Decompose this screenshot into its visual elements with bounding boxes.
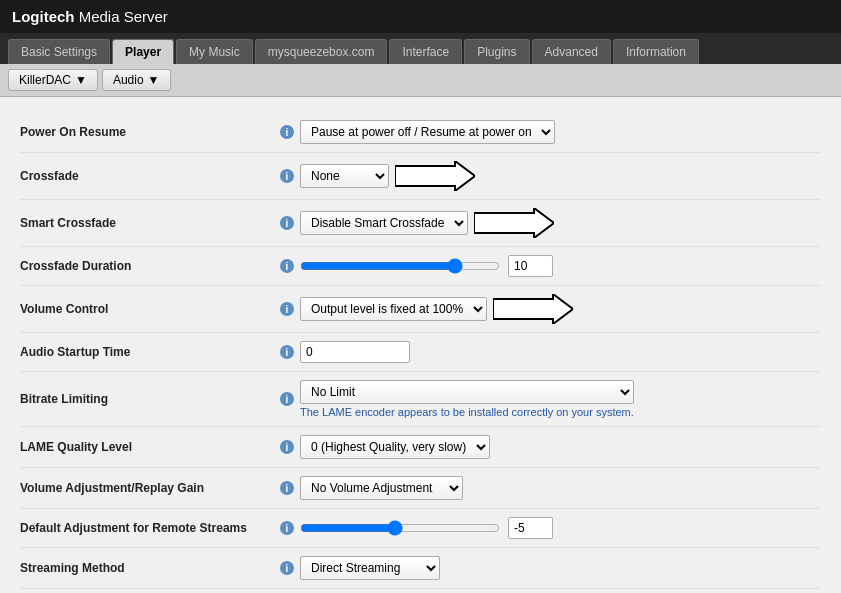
label-crossfade-duration: Crossfade Duration — [20, 259, 280, 273]
arrow-annotation-crossfade — [395, 161, 475, 191]
control-crossfade-duration: i — [280, 255, 821, 277]
bitrate-group: No Limit 32k 64k 128k 256k 320k The LAME… — [300, 380, 634, 418]
tab-my-music[interactable]: My Music — [176, 39, 253, 64]
slider-container-default-adjustment — [300, 517, 553, 539]
bitrate-note: The LAME encoder appears to be installed… — [300, 406, 634, 418]
title-bar: Logitech Media Server — [0, 0, 841, 33]
device-name: KillerDAC — [19, 73, 71, 87]
input-default-adjustment[interactable] — [508, 517, 553, 539]
control-bitrate-limiting: i No Limit 32k 64k 128k 256k 320k The LA… — [280, 380, 821, 418]
select-crossfade[interactable]: None Fade In Fade Out Crossfade — [300, 164, 389, 188]
label-crossfade: Crossfade — [20, 169, 280, 183]
control-default-adjustment: i — [280, 517, 821, 539]
info-icon-volume-control[interactable]: i — [280, 302, 294, 316]
label-smart-crossfade: Smart Crossfade — [20, 216, 280, 230]
setting-row-volume-adjustment: Volume Adjustment/Replay Gain i No Volum… — [20, 467, 821, 508]
slider-container-crossfade-duration — [300, 255, 553, 277]
setting-row-default-adjustment: Default Adjustment for Remote Streams i — [20, 508, 821, 547]
info-icon-lame-quality[interactable]: i — [280, 440, 294, 454]
info-icon-volume-adjustment[interactable]: i — [280, 481, 294, 495]
tab-mysqueezebox[interactable]: mysqueezebox.com — [255, 39, 388, 64]
label-lame-quality: LAME Quality Level — [20, 440, 280, 454]
control-volume-control: i Output level is fixed at 100% Use vari… — [280, 294, 821, 324]
label-bitrate-limiting: Bitrate Limiting — [20, 392, 280, 406]
slider-crossfade-duration[interactable] — [300, 258, 500, 274]
label-power-on-resume: Power On Resume — [20, 125, 280, 139]
nav-tabs: Basic Settings Player My Music mysqueeze… — [0, 33, 841, 64]
svg-marker-0 — [395, 161, 475, 191]
svg-marker-2 — [493, 294, 573, 324]
input-audio-startup-time[interactable] — [300, 341, 410, 363]
label-default-adjustment: Default Adjustment for Remote Streams — [20, 521, 280, 535]
control-lame-quality: i 0 (Highest Quality, very slow) 1 2 3 4… — [280, 435, 821, 459]
select-lame-quality[interactable]: 0 (Highest Quality, very slow) 1 2 3 4 5… — [300, 435, 490, 459]
control-crossfade: i None Fade In Fade Out Crossfade — [280, 161, 821, 191]
label-streaming-method: Streaming Method — [20, 561, 280, 575]
setting-row-bitrate-limiting: Bitrate Limiting i No Limit 32k 64k 128k… — [20, 371, 821, 426]
tab-information[interactable]: Information — [613, 39, 699, 64]
audio-chevron-icon: ▼ — [148, 73, 160, 87]
tab-interface[interactable]: Interface — [389, 39, 462, 64]
device-chevron-icon: ▼ — [75, 73, 87, 87]
control-volume-adjustment: i No Volume Adjustment Use Replay Gain U… — [280, 476, 821, 500]
select-bitrate-limiting[interactable]: No Limit 32k 64k 128k 256k 320k — [300, 380, 634, 404]
info-icon-streaming-method[interactable]: i — [280, 561, 294, 575]
label-audio-startup-time: Audio Startup Time — [20, 345, 280, 359]
audio-section-label: Audio — [113, 73, 144, 87]
select-volume-adjustment[interactable]: No Volume Adjustment Use Replay Gain Use… — [300, 476, 463, 500]
info-icon-bitrate-limiting[interactable]: i — [280, 392, 294, 406]
title-logitech: Logitech — [12, 8, 75, 25]
tab-advanced[interactable]: Advanced — [532, 39, 611, 64]
input-crossfade-duration[interactable] — [508, 255, 553, 277]
control-audio-startup-time: i — [280, 341, 821, 363]
setting-row-crossfade-duration: Crossfade Duration i — [20, 246, 821, 285]
label-volume-control: Volume Control — [20, 302, 280, 316]
info-icon-power-on-resume[interactable]: i — [280, 125, 294, 139]
title-media-server: Media Server — [75, 8, 168, 25]
setting-row-streaming-method: Streaming Method i Direct Streaming Sque… — [20, 547, 821, 588]
info-icon-crossfade-duration[interactable]: i — [280, 259, 294, 273]
info-icon-crossfade[interactable]: i — [280, 169, 294, 183]
select-smart-crossfade[interactable]: Disable Smart Crossfade Enable Smart Cro… — [300, 211, 468, 235]
control-smart-crossfade: i Disable Smart Crossfade Enable Smart C… — [280, 208, 821, 238]
select-power-on-resume[interactable]: Pause at power off / Resume at power on … — [300, 120, 555, 144]
arrow-annotation-volume-control — [493, 294, 573, 324]
setting-row-volume-control: Volume Control i Output level is fixed a… — [20, 285, 821, 332]
audio-section-button[interactable]: Audio ▼ — [102, 69, 171, 91]
tab-player[interactable]: Player — [112, 39, 174, 64]
setting-row-power-on-resume: Power On Resume i Pause at power off / R… — [20, 112, 821, 152]
control-streaming-method: i Direct Streaming Squeezebox Server — [280, 556, 821, 580]
slider-default-adjustment[interactable] — [300, 520, 500, 536]
select-streaming-method[interactable]: Direct Streaming Squeezebox Server — [300, 556, 440, 580]
settings-content: Power On Resume i Pause at power off / R… — [0, 97, 841, 593]
setting-row-smart-crossfade: Smart Crossfade i Disable Smart Crossfad… — [20, 199, 821, 246]
setting-row-audio-startup-time: Audio Startup Time i — [20, 332, 821, 371]
label-volume-adjustment: Volume Adjustment/Replay Gain — [20, 481, 280, 495]
info-icon-audio-startup-time[interactable]: i — [280, 345, 294, 359]
setting-row-output-channel-mode: Output Channel Mode i Both Channels (Ste… — [20, 588, 821, 593]
select-volume-control[interactable]: Output level is fixed at 100% Use variab… — [300, 297, 487, 321]
info-icon-default-adjustment[interactable]: i — [280, 521, 294, 535]
setting-row-lame-quality: LAME Quality Level i 0 (Highest Quality,… — [20, 426, 821, 467]
arrow-annotation-smart-crossfade — [474, 208, 554, 238]
setting-row-crossfade: Crossfade i None Fade In Fade Out Crossf… — [20, 152, 821, 199]
control-power-on-resume: i Pause at power off / Resume at power o… — [280, 120, 821, 144]
device-selector-button[interactable]: KillerDAC ▼ — [8, 69, 98, 91]
tab-basic-settings[interactable]: Basic Settings — [8, 39, 110, 64]
info-icon-smart-crossfade[interactable]: i — [280, 216, 294, 230]
tab-plugins[interactable]: Plugins — [464, 39, 529, 64]
sub-nav: KillerDAC ▼ Audio ▼ — [0, 64, 841, 97]
svg-marker-1 — [474, 208, 554, 238]
